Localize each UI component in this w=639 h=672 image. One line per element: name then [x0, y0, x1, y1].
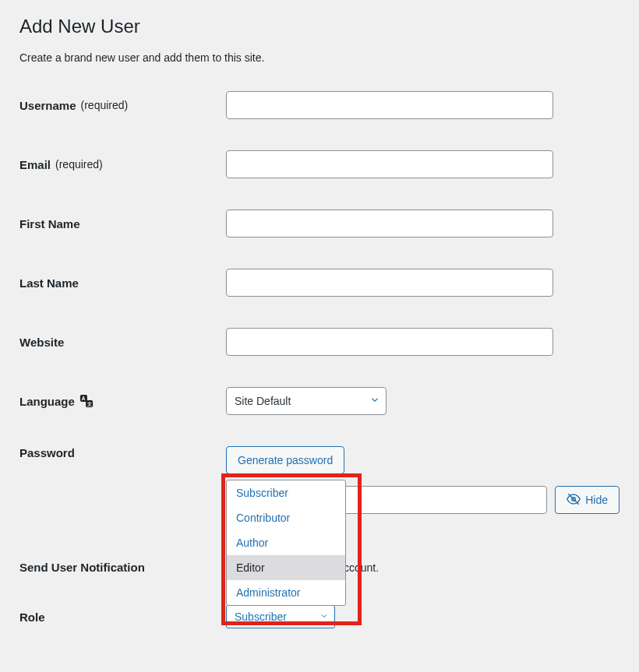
role-option-administrator[interactable]: Administrator: [227, 580, 345, 605]
hide-password-button[interactable]: Hide: [555, 486, 620, 514]
first-name-input[interactable]: [226, 209, 553, 237]
username-label: Username (required): [19, 99, 226, 112]
page-title: Add New User: [19, 16, 620, 37]
language-label: Language A文: [19, 394, 226, 408]
email-label: Email (required): [19, 158, 226, 171]
email-input[interactable]: [226, 150, 553, 178]
username-input[interactable]: [226, 91, 553, 119]
last-name-input[interactable]: [226, 269, 553, 297]
eye-slash-icon: [567, 492, 581, 508]
language-select[interactable]: Site Default: [226, 387, 387, 415]
role-option-editor[interactable]: Editor: [227, 555, 345, 580]
role-option-subscriber[interactable]: Subscriber: [227, 480, 345, 505]
role-select[interactable]: Subscriber: [226, 605, 335, 628]
website-input[interactable]: [226, 328, 553, 356]
last-name-label: Last Name: [19, 276, 226, 290]
password-label: Password: [19, 446, 226, 459]
page-subtitle: Create a brand new user and add them to …: [19, 51, 620, 64]
role-label: Role: [19, 610, 226, 624]
role-dropdown[interactable]: SubscriberContributorAuthorEditorAdminis…: [226, 480, 346, 606]
role-option-author[interactable]: Author: [227, 530, 345, 555]
svg-text:A: A: [82, 396, 86, 401]
generate-password-button[interactable]: Generate password: [226, 446, 344, 474]
translate-icon: A文: [79, 394, 94, 408]
website-label: Website: [19, 336, 226, 349]
notification-label: Send User Notification: [19, 561, 226, 574]
role-option-contributor[interactable]: Contributor: [227, 505, 345, 530]
first-name-label: First Name: [19, 217, 226, 230]
svg-text:文: 文: [86, 401, 92, 406]
